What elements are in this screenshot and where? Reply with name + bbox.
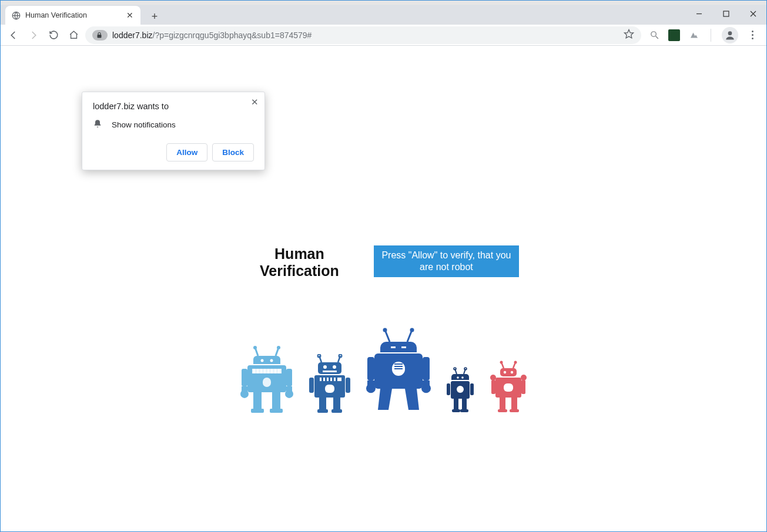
- url-text: lodder7.biz/?p=gizgcnrqgu5gi3bphayq&sub1…: [112, 31, 619, 40]
- reload-button[interactable]: [45, 27, 62, 43]
- svg-rect-40: [323, 371, 337, 372]
- svg-marker-70: [405, 389, 419, 410]
- address-bar[interactable]: lodder7.biz/?p=gizgcnrqgu5gi3bphayq&sub1…: [85, 26, 641, 44]
- svg-rect-31: [272, 392, 280, 409]
- back-button[interactable]: [5, 27, 22, 43]
- site-info-button[interactable]: [92, 30, 108, 41]
- svg-rect-99: [498, 409, 507, 412]
- bell-icon: [93, 119, 102, 130]
- robot-icon-4: [445, 367, 475, 413]
- svg-rect-21: [264, 369, 266, 373]
- green-extension-icon[interactable]: [668, 29, 680, 41]
- window-maximize-button[interactable]: [712, 5, 739, 22]
- chrome-menu-button[interactable]: [746, 28, 758, 42]
- svg-rect-28: [286, 369, 292, 386]
- svg-point-76: [461, 376, 464, 379]
- robot-icon-5: [490, 360, 527, 413]
- permission-item-label: Show notifications: [112, 120, 176, 129]
- zoom-extension-icon[interactable]: [648, 29, 660, 41]
- forward-button[interactable]: [25, 27, 42, 43]
- svg-rect-84: [460, 409, 468, 412]
- svg-rect-68: [423, 357, 430, 381]
- svg-rect-46: [329, 378, 330, 381]
- svg-rect-67: [367, 357, 374, 381]
- page-title-line1: Human: [274, 245, 324, 262]
- window-minimize-button[interactable]: [685, 5, 712, 22]
- block-button[interactable]: Block: [212, 143, 254, 161]
- svg-point-75: [457, 376, 459, 379]
- svg-rect-17: [252, 369, 282, 373]
- permission-headline: lodder7.biz wants to: [93, 102, 254, 111]
- robot-icon-3: [366, 328, 431, 413]
- page-title-line2: Verification: [260, 262, 339, 279]
- svg-point-59: [410, 328, 414, 332]
- svg-rect-25: [278, 369, 280, 373]
- svg-rect-96: [491, 380, 495, 394]
- browser-tab[interactable]: Human Verification ✕: [5, 6, 140, 25]
- svg-rect-5: [98, 35, 102, 38]
- grey-extension-icon[interactable]: [688, 29, 700, 41]
- svg-rect-79: [447, 383, 450, 395]
- svg-rect-53: [317, 409, 328, 413]
- window-close-button[interactable]: [739, 5, 766, 22]
- svg-rect-19: [257, 369, 259, 373]
- svg-rect-29: [253, 392, 262, 409]
- close-icon[interactable]: ✕: [251, 97, 259, 107]
- svg-rect-52: [319, 398, 326, 409]
- svg-rect-24: [274, 369, 276, 373]
- home-button[interactable]: [65, 27, 82, 43]
- allow-button[interactable]: Allow: [166, 143, 207, 161]
- svg-rect-49: [325, 385, 334, 393]
- profile-avatar-button[interactable]: [722, 27, 738, 43]
- robot-icon-2: [307, 354, 352, 413]
- url-path: /?p=gizgcnrqgu5gi3bphayq&sub1=874579#: [153, 31, 312, 40]
- globe-icon: [11, 11, 21, 20]
- window-titlebar: [1, 1, 766, 5]
- svg-rect-22: [267, 369, 269, 373]
- svg-rect-18: [253, 369, 255, 373]
- extensions-area: [645, 27, 762, 43]
- svg-marker-69: [378, 389, 392, 410]
- url-host: lodder7.biz: [112, 31, 153, 40]
- svg-point-88: [514, 361, 517, 364]
- browser-tabstrip: Human Verification ✕ +: [1, 5, 766, 25]
- permission-prompt: ✕ lodder7.biz wants to Show notification…: [82, 92, 265, 170]
- svg-rect-100: [511, 398, 517, 409]
- svg-point-13: [277, 346, 280, 349]
- svg-rect-98: [500, 398, 505, 409]
- svg-point-7: [651, 32, 656, 37]
- svg-rect-20: [260, 369, 262, 373]
- svg-point-9: [728, 31, 732, 35]
- svg-rect-27: [242, 369, 247, 386]
- svg-rect-47: [332, 378, 334, 381]
- instruction-callout: Press "Allow" to verify, that you are no…: [374, 245, 518, 277]
- svg-point-91: [510, 371, 513, 373]
- svg-rect-48: [336, 378, 337, 381]
- svg-rect-23: [271, 369, 273, 373]
- verification-header: Human Verification Press "Allow" to veri…: [249, 245, 519, 280]
- svg-point-93: [490, 375, 496, 381]
- svg-rect-97: [521, 380, 525, 394]
- svg-point-94: [521, 375, 527, 381]
- svg-rect-78: [457, 386, 464, 393]
- close-tab-icon[interactable]: ✕: [125, 11, 135, 20]
- svg-rect-55: [331, 409, 342, 413]
- svg-rect-61: [401, 346, 406, 348]
- svg-point-14: [260, 359, 263, 362]
- svg-rect-30: [251, 409, 264, 413]
- page-content: ✕ lodder7.biz wants to Show notification…: [1, 46, 766, 531]
- svg-rect-45: [325, 378, 327, 381]
- svg-rect-95: [504, 383, 513, 392]
- lock-icon: [96, 32, 103, 39]
- svg-rect-50: [309, 378, 314, 393]
- robots-illustration: [240, 328, 527, 413]
- bookmark-star-icon[interactable]: [624, 29, 634, 41]
- svg-rect-80: [470, 383, 474, 395]
- svg-point-15: [270, 359, 273, 362]
- svg-rect-89: [500, 368, 517, 376]
- new-tab-button[interactable]: +: [146, 8, 163, 25]
- svg-rect-26: [263, 378, 271, 387]
- page-title: Human Verification: [249, 245, 351, 280]
- svg-point-90: [503, 371, 505, 373]
- toolbar-separator: [711, 29, 711, 42]
